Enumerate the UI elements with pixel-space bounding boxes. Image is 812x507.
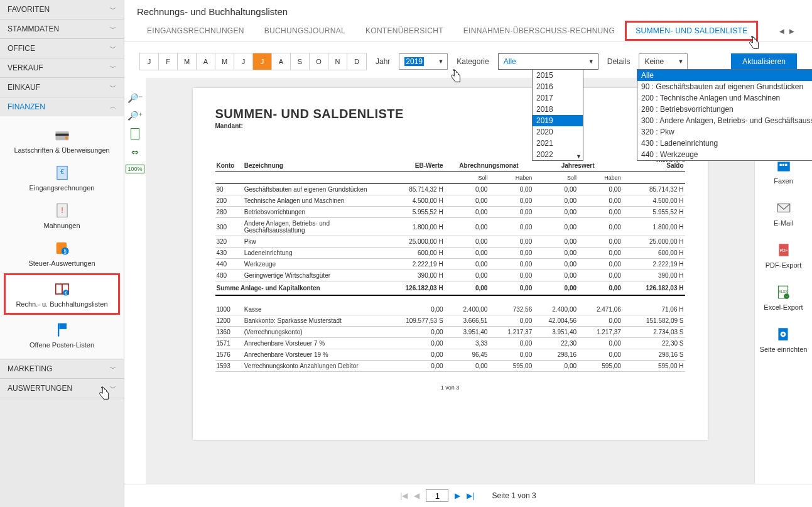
- svg-rect-10: [56, 285, 61, 293]
- month-btn-2[interactable]: M: [178, 53, 197, 70]
- filter-bar: JFMAMJJASOND Jahr 2019 Kategorie Alle De…: [124, 41, 812, 78]
- svg-text:€: €: [64, 291, 67, 295]
- details-label: Details: [607, 57, 631, 66]
- kategorie-dropdown[interactable]: Alle90 : Geschäftsbauten auf eigenen Gru…: [637, 69, 812, 161]
- chevron-down-icon: ﹀: [110, 25, 116, 33]
- month-btn-5[interactable]: J: [234, 53, 253, 70]
- col-eb: EB-Werte: [382, 160, 445, 172]
- month-btn-11[interactable]: D: [347, 53, 366, 70]
- action-seite-einrichten[interactable]: Seite einrichten: [760, 325, 808, 353]
- action-label: E-Mail: [774, 219, 793, 227]
- kategorie-option[interactable]: 200 : Technische Anlagen und Maschinen: [637, 92, 812, 104]
- action-excel[interactable]: XLSX→Excel-Export: [764, 283, 803, 311]
- year-option[interactable]: 2019: [533, 115, 583, 126]
- month-btn-7[interactable]: A: [272, 53, 291, 70]
- svg-text:§: §: [63, 249, 67, 254]
- month-btn-1[interactable]: F: [159, 53, 178, 70]
- card-icon: [53, 126, 71, 144]
- tab-nav-next[interactable]: ▶: [789, 28, 794, 35]
- kategorie-option[interactable]: 90 : Geschäftsbauten auf eigenen Grundst…: [637, 81, 812, 92]
- sidebar-section-einkauf[interactable]: EINKAUF﹀: [0, 78, 124, 97]
- tab-summen-salden[interactable]: SUMMEN- UND SALDENLISTE: [625, 21, 758, 41]
- kategorie-option[interactable]: 280 : Betriebsvorrichtungen: [637, 104, 812, 115]
- year-label: Jahr: [376, 57, 390, 66]
- kategorie-option[interactable]: 430 : Ladeneinrichtung: [637, 138, 812, 149]
- pager-last[interactable]: ▶|: [467, 491, 474, 500]
- sidebar-item-label: Offene Posten-Listen: [30, 341, 94, 349]
- sidebar-item-steuer[interactable]: § Steuer-Auswertungen: [0, 234, 124, 272]
- sidebar-item-rechnbuchhaltung[interactable]: € Rechn.- u. Buchhaltungslisten: [4, 273, 120, 315]
- flag-icon: [53, 321, 71, 339]
- kategorie-select[interactable]: Alle: [498, 53, 598, 70]
- year-option[interactable]: 2022: [533, 149, 583, 160]
- sidebar-item-offene-posten[interactable]: Offene Posten-Listen: [0, 316, 124, 354]
- svg-text:PDF: PDF: [779, 248, 788, 253]
- tab-eingangsrechnungen[interactable]: EINGANGSRECHNUNGEN: [137, 21, 254, 40]
- action-pdf[interactable]: PDFPDF-Export: [766, 241, 801, 269]
- kategorie-option[interactable]: 300 : Andere Anlagen, Betriebs- und Gesc…: [637, 115, 812, 126]
- table-row: 1576Anrechenbare Vorsteuer 19 %0,0096,45…: [215, 349, 685, 361]
- fit-width-icon[interactable]: ⇔: [131, 147, 139, 157]
- kategorie-option[interactable]: Alle: [637, 70, 812, 81]
- sidebar-section-auswertungen[interactable]: AUSWERTUNGEN﹀: [0, 379, 124, 398]
- sidebar-section-marketing[interactable]: MARKETING﹀: [0, 359, 124, 378]
- report-page: SUMMEN- UND SALDENLISTE Mandant: Währung…: [193, 88, 708, 440]
- sidebar-item-label: Rechn.- u. Buchhaltungslisten: [16, 300, 107, 308]
- year-dropdown[interactable]: 20152016201720182019202020212022▼: [532, 69, 583, 161]
- tab-buchungsjournal[interactable]: BUCHUNGSJOURNAL: [254, 21, 355, 40]
- year-option[interactable]: 2020: [533, 126, 583, 138]
- tab-euer[interactable]: EINNAHMEN-ÜBERSCHUSS-RECHNUNG: [453, 21, 625, 40]
- page-setup-icon: [772, 325, 794, 344]
- page-title: Rechnungs- und Buchhaltungslisten: [124, 0, 812, 21]
- month-btn-10[interactable]: N: [328, 53, 347, 70]
- zoom-out-icon[interactable]: 🔎⁻: [127, 93, 143, 103]
- tax-icon: §: [53, 239, 71, 257]
- sidebar-item-lastschriften[interactable]: Lastschriften & Überweisungen: [0, 121, 124, 159]
- refresh-button[interactable]: Aktualisieren: [731, 53, 797, 70]
- sidebar-section-favoriten[interactable]: FAVORITEN﹀: [0, 0, 124, 19]
- tab-kontenuebersicht[interactable]: KONTENÜBERSICHT: [355, 21, 453, 40]
- zoom-in-icon[interactable]: 🔎⁺: [127, 111, 143, 121]
- year-option[interactable]: 2016: [533, 81, 583, 92]
- month-btn-6[interactable]: J: [253, 53, 272, 70]
- svg-rect-14: [58, 324, 59, 337]
- month-btn-8[interactable]: S: [291, 53, 310, 70]
- details-select[interactable]: Keine: [639, 53, 688, 70]
- sidebar-section-verkauf[interactable]: VERKAUF﹀: [0, 58, 124, 77]
- sidebar-section-finanzen[interactable]: FINANZEN︿: [0, 97, 124, 116]
- table-row: 90Geschäftsbauten auf eigenen Grundstück…: [215, 184, 685, 195]
- pdf-icon: PDF: [773, 241, 794, 259]
- report-page-number: 1 von 3: [215, 384, 685, 391]
- month-btn-9[interactable]: O: [310, 53, 328, 70]
- tab-nav-prev[interactable]: ◀: [779, 28, 784, 35]
- month-btn-3[interactable]: A: [197, 53, 215, 70]
- year-option[interactable]: 2017: [533, 92, 583, 104]
- month-btn-0[interactable]: J: [140, 53, 159, 70]
- fit-page-icon[interactable]: [131, 128, 139, 139]
- chevron-down-icon: ﹀: [110, 5, 116, 14]
- sidebar-section-office[interactable]: OFFICE﹀: [0, 39, 124, 58]
- action-email[interactable]: E-Mail: [773, 199, 794, 227]
- kategorie-label: Kategorie: [457, 57, 489, 66]
- pager-prev[interactable]: ◀: [414, 491, 420, 500]
- sidebar-section-stammdaten[interactable]: STAMMDATEN﹀: [0, 19, 124, 38]
- year-select[interactable]: 2019: [399, 53, 448, 70]
- col-abr-soll: Soll: [445, 172, 489, 184]
- col-bez: Bezeichnung: [243, 160, 382, 172]
- pager-next[interactable]: ▶: [455, 491, 460, 500]
- kategorie-option[interactable]: 320 : Pkw: [637, 126, 812, 138]
- zoom-100-icon[interactable]: 100%: [126, 165, 144, 173]
- table-row: 430Ladeneinrichtung600,00 H0,000,000,000…: [215, 248, 685, 259]
- kategorie-option[interactable]: 440 : Werkzeuge: [637, 149, 812, 160]
- year-option[interactable]: 2015: [533, 70, 583, 81]
- pager-first[interactable]: |◀: [400, 491, 408, 500]
- sidebar-item-eingangsrechnungen[interactable]: € Eingangsrechnungen: [0, 159, 124, 197]
- sidebar-item-mahnungen[interactable]: ! Mahnungen: [0, 197, 124, 234]
- col-abr-haben: Haben: [489, 172, 533, 184]
- year-option[interactable]: 2018: [533, 104, 583, 115]
- report-mandant-label: Mandant:: [215, 123, 685, 129]
- col-jahr-haben: Haben: [578, 172, 622, 184]
- pager-page-input[interactable]: [426, 489, 448, 502]
- month-btn-4[interactable]: M: [215, 53, 234, 70]
- year-option[interactable]: 2021: [533, 138, 583, 149]
